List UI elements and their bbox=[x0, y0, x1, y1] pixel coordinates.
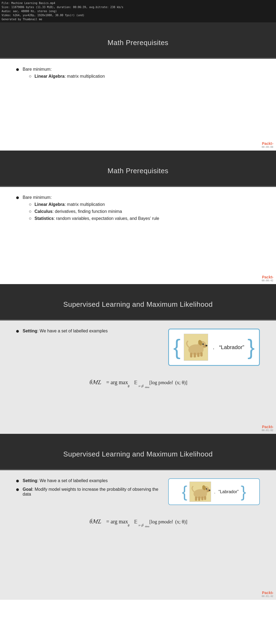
comma-small: , bbox=[214, 490, 215, 494]
bullet-dot-3 bbox=[16, 330, 19, 333]
svg-text:model: model bbox=[161, 519, 173, 524]
slide-1-header: Math Prerequisites bbox=[0, 22, 276, 58]
slide-3-two-col: Setting: We have a set of labelled examp… bbox=[16, 329, 260, 366]
slide-2-sub-1: Linear Algebra: matrix multiplication bbox=[29, 202, 159, 207]
slide-3: Supervised Learning and Maximum Likeliho… bbox=[0, 284, 276, 434]
slide-1-sublist: Linear Algebra: matrix multiplication bbox=[29, 74, 105, 79]
slide-1-list: Bare minimum: Linear Algebra: matrix mul… bbox=[16, 67, 260, 81]
dog-bracket-box: { bbox=[168, 329, 260, 366]
svg-text:𝔼: 𝔼 bbox=[134, 380, 137, 385]
slide-3-packt-logo: Packt› 00:01:02 bbox=[262, 425, 273, 432]
svg-point-23 bbox=[209, 490, 210, 491]
slide-4-bullet-2: Goal: Modify model weights to increase t… bbox=[16, 487, 163, 497]
bullet-dot-4b bbox=[16, 488, 19, 491]
bracket-left-4: { bbox=[182, 484, 187, 500]
dog-image-small bbox=[189, 482, 211, 502]
file-info-line1: File: Machine Learning Basics.mp4 bbox=[2, 1, 274, 5]
slide-3-list: Setting: We have a set of labelled examp… bbox=[16, 329, 163, 333]
dog-svg-small bbox=[190, 482, 211, 502]
file-info-bar: File: Machine Learning Basics.mp4 Size: … bbox=[0, 0, 276, 22]
file-info-line5: Generated by Thumbnail me bbox=[2, 17, 274, 21]
bracket-left: { bbox=[173, 336, 181, 358]
slide-2-list: Bare minimum: Linear Algebra: matrix mul… bbox=[16, 195, 260, 223]
svg-rect-9 bbox=[200, 352, 203, 357]
svg-text:(x; θ)]: (x; θ)] bbox=[175, 380, 187, 386]
slide-2: Math Prerequisites Bare minimum: Linear … bbox=[0, 151, 276, 284]
svg-text:θ̂𝑀𝐿: θ̂𝑀𝐿 bbox=[89, 379, 101, 385]
slide-4-packt-logo: Packt› 00:01:42 bbox=[262, 591, 273, 598]
bullet-dot bbox=[16, 68, 19, 71]
svg-text:= arg max: = arg max bbox=[106, 519, 128, 525]
sub-dot bbox=[29, 75, 31, 77]
slide-1-sub-1: Linear Algebra: matrix multiplication bbox=[29, 74, 105, 79]
slide-3-right: { bbox=[168, 329, 260, 366]
svg-text:model: model bbox=[161, 380, 173, 385]
dog-bracket-box-small: { bbox=[168, 478, 260, 505]
svg-text:[log p: [log p bbox=[149, 519, 161, 524]
svg-text:x~p̂: x~p̂ bbox=[138, 384, 144, 388]
svg-point-4 bbox=[205, 345, 207, 346]
svg-point-5 bbox=[202, 343, 204, 345]
slide-4-formula: θ̂𝑀𝐿 = arg max θ 𝔼 x~p̂ data [log p mode… bbox=[16, 510, 260, 532]
slide-3-header: Supervised Learning and Maximum Likeliho… bbox=[0, 284, 276, 319]
slide-3-content: Setting: We have a set of labelled examp… bbox=[0, 321, 276, 434]
comma: , bbox=[213, 345, 214, 350]
svg-text:data: data bbox=[145, 525, 150, 528]
svg-text:𝔼: 𝔼 bbox=[134, 519, 137, 524]
slide-4-content: Setting: We have a set of labelled examp… bbox=[0, 470, 276, 600]
svg-rect-27 bbox=[201, 496, 203, 500]
slide-1-bullet-1: Bare minimum: Linear Algebra: matrix mul… bbox=[16, 67, 260, 81]
bullet-dot-4a bbox=[16, 480, 19, 482]
slide-4-bullet-1: Setting: We have a set of labelled examp… bbox=[16, 478, 163, 483]
slide-2-sub-3: Statistics: random variables, expectatio… bbox=[29, 216, 159, 221]
slide-1: Math Prerequisites Bare minimum: Linear … bbox=[0, 22, 276, 151]
bullet-dot-2 bbox=[16, 196, 19, 199]
svg-point-24 bbox=[206, 488, 207, 490]
file-info-line3: Audio: aac, 48000 Hz, stereo (eng) bbox=[2, 9, 274, 13]
bracket-right: } bbox=[247, 336, 255, 358]
sub-dot-2c bbox=[29, 217, 31, 220]
slide-3-left: Setting: We have a set of labelled examp… bbox=[16, 329, 163, 337]
svg-rect-26 bbox=[198, 496, 200, 501]
dog-image bbox=[184, 334, 208, 361]
svg-text:= arg max: = arg max bbox=[106, 379, 128, 386]
svg-rect-6 bbox=[190, 353, 192, 357]
slide-1-content: Bare minimum: Linear Algebra: matrix mul… bbox=[0, 59, 276, 151]
sub-dot-2b bbox=[29, 210, 31, 213]
slide-4-two-col: Setting: We have a set of labelled examp… bbox=[16, 478, 260, 505]
slide-4-left: Setting: We have a set of labelled examp… bbox=[16, 478, 163, 500]
slide-2-packt-logo: Packt› 00:00:42 bbox=[262, 275, 273, 282]
slide-4-header: Supervised Learning and Maximum Likeliho… bbox=[0, 434, 276, 469]
file-info-line4: Video: h264, yuv420p, 1920x1080, 30.00 f… bbox=[2, 13, 274, 17]
bracket-right-4: } bbox=[241, 484, 246, 500]
svg-text:[log p: [log p bbox=[149, 380, 161, 385]
slide-2-sub-2: Calculus: derivatives, finding function … bbox=[29, 209, 159, 214]
formula-svg: θ̂𝑀𝐿 = arg max θ 𝔼 x~p̂ data [log p mode… bbox=[87, 374, 189, 389]
slide-2-bullet-1: Bare minimum: Linear Algebra: matrix mul… bbox=[16, 195, 260, 223]
svg-rect-25 bbox=[195, 496, 197, 501]
slide-4: Supervised Learning and Maximum Likeliho… bbox=[0, 434, 276, 600]
svg-text:(x; θ)]: (x; θ)] bbox=[175, 519, 187, 525]
slide-2-header: Math Prerequisites bbox=[0, 151, 276, 186]
dog-svg bbox=[184, 335, 208, 359]
svg-rect-7 bbox=[194, 353, 196, 357]
svg-text:θ̂𝑀𝐿: θ̂𝑀𝐿 bbox=[89, 519, 101, 524]
slide-2-content: Bare minimum: Linear Algebra: matrix mul… bbox=[0, 187, 276, 284]
slide-1-packt-logo: Packt› 00:00:08 bbox=[262, 141, 273, 148]
formula-svg-4: θ̂𝑀𝐿 = arg max θ 𝔼 x~p̂ data [log p mode… bbox=[87, 513, 189, 528]
svg-rect-28 bbox=[204, 496, 206, 500]
slide-3-formula: θ̂𝑀𝐿 = arg max θ 𝔼 x~p̂ data [log p mode… bbox=[16, 371, 260, 393]
file-info-line2: Size: 11879086 bytes (11.33 MiB), durati… bbox=[2, 5, 274, 9]
svg-text:data: data bbox=[145, 386, 150, 389]
svg-rect-8 bbox=[197, 353, 199, 357]
svg-text:θ: θ bbox=[128, 384, 129, 388]
slide-4-right: { bbox=[168, 478, 260, 505]
slide-4-list: Setting: We have a set of labelled examp… bbox=[16, 478, 163, 497]
sub-dot-2a bbox=[29, 203, 31, 206]
slide-2-sublist: Linear Algebra: matrix multiplication Ca… bbox=[29, 202, 159, 221]
slide-3-bullet-1: Setting: We have a set of labelled examp… bbox=[16, 329, 163, 333]
svg-text:θ: θ bbox=[128, 524, 129, 527]
svg-text:x~p̂: x~p̂ bbox=[138, 523, 144, 527]
